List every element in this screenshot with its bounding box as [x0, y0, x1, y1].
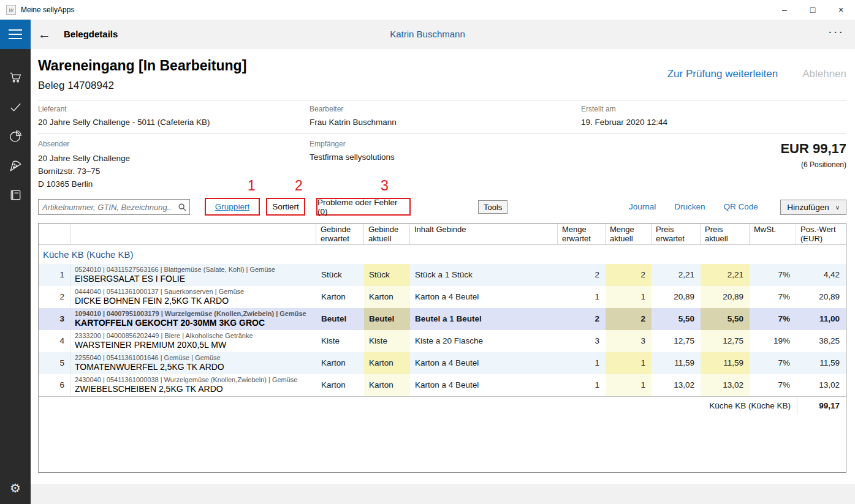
qr-code-link[interactable]: QR Code: [724, 202, 758, 211]
total-amount: EUR 99,17: [780, 141, 846, 157]
search-icon[interactable]: [175, 203, 189, 211]
header-menge-aktuell[interactable]: Menge aktuell: [606, 224, 652, 244]
cart-icon[interactable]: [0, 62, 31, 92]
header-preis-aktuell[interactable]: Preis aktuell: [701, 224, 750, 244]
article-name: KARTOFFELN GEKOCHT 20-30MM 3KG GROC: [75, 318, 316, 328]
header-inhalt-gebinde[interactable]: Inhalt Gebinde: [410, 224, 558, 244]
preis-aktuell-cell[interactable]: 11,59: [701, 352, 750, 374]
empfaenger-label: Empfänger: [310, 140, 573, 148]
gruppiert-button[interactable]: Gruppiert: [215, 202, 249, 211]
header-user-name[interactable]: Katrin Buschmann: [0, 29, 855, 39]
hinzufuegen-button[interactable]: Hinzufügen ∨: [780, 200, 846, 215]
gebinde-aktuell-cell[interactable]: Karton: [364, 286, 410, 308]
bearbeiter-label: Bearbeiter: [310, 105, 573, 113]
preis-aktuell-cell[interactable]: 13,02: [701, 374, 750, 396]
pos-wert-cell: 11,00: [796, 308, 846, 330]
gebinde-aktuell-cell[interactable]: Karton: [364, 352, 410, 374]
more-options-icon[interactable]: ···: [828, 24, 844, 39]
preis-aktuell-cell[interactable]: 2,21: [701, 264, 750, 286]
gebinde-aktuell-cell[interactable]: Karton: [364, 374, 410, 396]
row-number: 3: [39, 308, 70, 330]
absender-line: 20 Jahre Selly Challenge: [38, 152, 302, 165]
header-preis-erwartet[interactable]: Preis erwartet: [652, 224, 701, 244]
row-number: 5: [39, 352, 70, 374]
inhalt-gebinde-cell: Karton a 4 Beutel: [410, 374, 558, 396]
article-name: DICKE BOHNEN FEIN 2,5KG TK ARDO: [75, 296, 316, 306]
article-meta: 1094010 | 04007951003179 | Wurzelgemüse …: [75, 310, 316, 318]
absender-line: D 10365 Berlin: [38, 178, 302, 190]
close-button[interactable]: ×: [827, 0, 855, 20]
header-pos-wert[interactable]: Pos.-Wert (EUR): [796, 224, 846, 244]
bearbeiter-block: Bearbeiter Frau Katrin Buschmann: [310, 105, 573, 127]
annotation-box-2: Sortiert: [266, 198, 305, 216]
absender-block: Absender 20 Jahre Selly Challenge Bornit…: [38, 140, 302, 190]
settings-gear-icon[interactable]: ⚙: [0, 475, 31, 502]
minimize-button[interactable]: –: [770, 0, 799, 20]
footer-group-label: Küche KB (Küche KB): [39, 397, 797, 415]
menge-aktuell-cell[interactable]: 2: [606, 264, 652, 286]
empfaenger-block: Empfänger Testfirma sellysolutions: [310, 140, 573, 162]
book-icon[interactable]: [0, 180, 31, 209]
mwst-cell: 7%: [750, 352, 796, 374]
pie-chart-icon[interactable]: [0, 121, 31, 151]
journal-link[interactable]: Journal: [629, 202, 656, 211]
gebinde-erwartet-cell: Stück: [316, 264, 364, 286]
preis-aktuell-cell[interactable]: 20,89: [701, 286, 750, 308]
mwst-cell: 19%: [750, 330, 796, 352]
menge-aktuell-cell[interactable]: 1: [606, 374, 652, 396]
gebinde-aktuell-cell[interactable]: Kiste: [364, 330, 410, 352]
gebinde-erwartet-cell: Kiste: [316, 330, 364, 352]
forward-for-review-link[interactable]: Zur Prüfung weiterleiten: [667, 68, 778, 80]
sidebar: ⚙: [0, 49, 31, 504]
probleme-oder-fehler-button[interactable]: Probleme oder Fehler (0): [317, 198, 409, 216]
sortiert-button[interactable]: Sortiert: [272, 202, 299, 211]
menge-aktuell-cell[interactable]: 3: [606, 330, 652, 352]
article-description: 0524010 | 04311527563166 | Blattgemüse (…: [70, 264, 316, 286]
article-meta: 2430040 | 05411361000038 | Wurzelgemüse …: [75, 376, 316, 384]
search-input[interactable]: [39, 203, 175, 212]
header-mwst[interactable]: MwSt.: [750, 224, 796, 244]
table-row-selected[interactable]: 3 1094010 | 04007951003179 | Wurzelgemüs…: [39, 308, 846, 330]
preis-aktuell-cell[interactable]: 5,50: [701, 308, 750, 330]
gebinde-erwartet-cell: Beutel: [316, 308, 364, 330]
positions-table: Gebinde erwartet Gebinde aktuell Inhalt …: [38, 223, 846, 473]
menge-erwartet-cell: 1: [558, 286, 606, 308]
header-gebinde-erwartet[interactable]: Gebinde erwartet: [316, 224, 364, 244]
toolbar-links: Journal Drucken QR Code: [629, 202, 758, 211]
gebinde-aktuell-cell[interactable]: Stück: [364, 264, 410, 286]
table-row[interactable]: 1 0524010 | 04311527563166 | Blattgemüse…: [39, 264, 846, 286]
erstellt-am-value: 19. Februar 2020 12:44: [581, 118, 838, 127]
preis-aktuell-cell[interactable]: 12,75: [701, 330, 750, 352]
maximize-button[interactable]: □: [799, 0, 827, 20]
pos-wert-cell: 38,25: [796, 330, 846, 352]
inhalt-gebinde-cell: Beutel a 1 Beutel: [410, 308, 558, 330]
menge-aktuell-cell[interactable]: 1: [606, 286, 652, 308]
preis-erwartet-cell: 11,59: [652, 352, 701, 374]
hinzufuegen-label: Hinzufügen: [787, 203, 829, 212]
table-row[interactable]: 6 2430040 | 05411361000038 | Wurzelgemüs…: [39, 374, 846, 396]
table-row[interactable]: 2 0444040 | 05411361000137 | Sauerkonser…: [39, 286, 846, 308]
pos-wert-cell: 20,89: [796, 286, 846, 308]
drucken-link[interactable]: Drucken: [674, 202, 705, 211]
gebinde-aktuell-cell[interactable]: Beutel: [364, 308, 410, 330]
pizza-slice-icon[interactable]: [0, 151, 31, 180]
row-number: 6: [39, 374, 70, 396]
table-row[interactable]: 5 2255040 | 05411361001646 | Gemüse | Ge…: [39, 352, 846, 374]
menge-aktuell-cell[interactable]: 2: [606, 308, 652, 330]
reject-link[interactable]: Ablehnen: [802, 68, 846, 80]
checkmark-icon[interactable]: [0, 92, 31, 121]
menge-aktuell-cell[interactable]: 1: [606, 352, 652, 374]
article-name: TOMATENWUERFEL 2,5KG TK ARDO: [75, 362, 316, 372]
footer-group-total: 99,17: [797, 397, 846, 415]
header-menge-erwartet[interactable]: Menge erwartet: [558, 224, 606, 244]
menge-erwartet-cell: 2: [558, 308, 606, 330]
main-content: Wareneingang [In Bearbeitung] Beleg 1470…: [31, 49, 855, 504]
bottom-strip: [31, 484, 855, 504]
gebinde-erwartet-cell: Karton: [316, 352, 364, 374]
header-gebinde-aktuell[interactable]: Gebinde aktuell: [364, 224, 410, 244]
table-row[interactable]: 4 2333200 | 04000856202449 | Biere | Alk…: [39, 330, 846, 352]
tools-button[interactable]: Tools: [478, 200, 507, 214]
empfaenger-value: Testfirma sellysolutions: [310, 152, 573, 162]
divider: [38, 134, 846, 134]
row-number: 4: [39, 330, 70, 352]
